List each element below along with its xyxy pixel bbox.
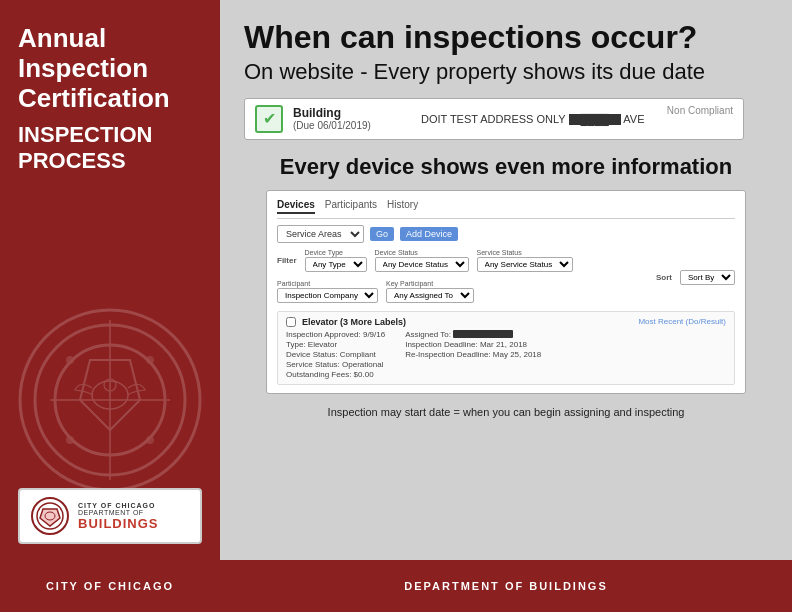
main-heading: When can inspections occur? bbox=[244, 20, 768, 55]
service-status-label: Service Status bbox=[477, 249, 573, 256]
key-participant-label: Key Participant bbox=[386, 280, 474, 287]
device-details: Inspection Approved: 9/9/16 Type: Elevat… bbox=[286, 330, 726, 379]
bottom-bar: CITY OF CHICAGO DEPARTMENT OF BUILDINGS bbox=[0, 560, 792, 612]
device-panel: Devices Participants History Service Are… bbox=[266, 190, 746, 394]
bottom-left-text: CITY OF CHICAGO bbox=[0, 580, 220, 592]
detail-type: Type: Elevator bbox=[286, 340, 385, 349]
device-col-right: Assigned To: Inspection Deadline: Mar 21… bbox=[405, 330, 541, 379]
logo-badge: CITY OF CHICAGO DEPARTMENT OF BUILDINGS bbox=[18, 488, 202, 544]
svg-point-7 bbox=[66, 436, 74, 444]
detail-inspection-deadline: Inspection Deadline: Mar 21, 2018 bbox=[405, 340, 541, 349]
tab-participants[interactable]: Participants bbox=[325, 199, 377, 214]
panel-tabs: Devices Participants History bbox=[277, 199, 735, 219]
bottom-right-text: DEPARTMENT OF BUILDINGS bbox=[220, 580, 792, 592]
logo-buildings-text: BUILDINGS bbox=[78, 516, 159, 531]
device-name: Elevator (3 More Labels) bbox=[302, 317, 406, 327]
service-area-select[interactable]: Service Areas bbox=[277, 225, 364, 243]
participant-label: Participant bbox=[277, 280, 378, 287]
address-line1: DOIT TEST ADDRESS ONLY bbox=[421, 113, 565, 125]
detail-approved: Inspection Approved: 9/9/16 bbox=[286, 330, 385, 339]
svg-point-8 bbox=[146, 436, 154, 444]
filter-sort-container: Filter Device Type Any Type Device Statu… bbox=[277, 249, 735, 307]
participant-filter: Participant Inspection Company bbox=[277, 280, 378, 303]
detail-device-status: Device Status: Compliant bbox=[286, 350, 385, 359]
logo-seal-icon bbox=[30, 496, 70, 536]
panel-search-row: Service Areas Go Add Device bbox=[277, 225, 735, 243]
device-status-label: Device Status bbox=[375, 249, 469, 256]
main-content-area: When can inspections occur? On website -… bbox=[220, 0, 792, 560]
key-participant-filter: Key Participant Any Assigned To bbox=[386, 280, 474, 303]
device-row: Elevator (3 More Labels) Most Recent (Do… bbox=[277, 311, 735, 385]
detail-service-status: Service Status: Operational bbox=[286, 360, 385, 369]
device-type-select[interactable]: Any Type bbox=[305, 257, 367, 272]
building-info: Building (Due 06/01/2019) bbox=[293, 106, 411, 131]
sort-label: Sort bbox=[656, 273, 672, 282]
redacted-name bbox=[453, 330, 513, 338]
city-seal-watermark bbox=[0, 300, 220, 500]
tab-devices[interactable]: Devices bbox=[277, 199, 315, 214]
sidebar-title: Annual Inspection Certification bbox=[18, 24, 202, 114]
check-icon: ✔ bbox=[255, 105, 283, 133]
section2-heading: Every device shows even more information bbox=[244, 154, 768, 180]
participant-select[interactable]: Inspection Company bbox=[277, 288, 378, 303]
add-device-button[interactable]: Add Device bbox=[400, 227, 458, 241]
device-type-filter: Device Type Any Type bbox=[305, 249, 367, 272]
inspection-note: Inspection may start date = when you can… bbox=[244, 406, 768, 418]
sidebar-subtitle: INSPECTION PROCESS bbox=[18, 122, 202, 175]
go-button[interactable]: Go bbox=[370, 227, 394, 241]
sub-heading: On website - Every property shows its du… bbox=[244, 59, 768, 85]
sidebar-logo: CITY OF CHICAGO DEPARTMENT OF BUILDINGS bbox=[18, 488, 202, 544]
device-status-select[interactable]: Any Device Status bbox=[375, 257, 469, 272]
building-due: (Due 06/01/2019) bbox=[293, 120, 411, 131]
address-line2: AVE bbox=[623, 113, 644, 125]
detail-assigned: Assigned To: bbox=[405, 330, 541, 339]
logo-dept-text: DEPARTMENT OF bbox=[78, 509, 159, 516]
building-card: ✔ Building (Due 06/01/2019) DOIT TEST AD… bbox=[244, 98, 744, 140]
logo-city-text: CITY OF CHICAGO bbox=[78, 502, 159, 509]
svg-point-5 bbox=[66, 356, 74, 364]
key-participant-select[interactable]: Any Assigned To bbox=[386, 288, 474, 303]
sort-by-select[interactable]: Sort By bbox=[680, 270, 735, 285]
sidebar: Annual Inspection Certification INSPECTI… bbox=[0, 0, 220, 560]
detail-fees: Outstanding Fees: $0.00 bbox=[286, 370, 385, 379]
detail-reinspection-deadline: Re-Inspection Deadline: May 25, 2018 bbox=[405, 350, 541, 359]
building-name: Building bbox=[293, 106, 411, 120]
sort-row: Sort Sort By bbox=[656, 249, 735, 307]
filter-row: Filter Device Type Any Type Device Statu… bbox=[277, 249, 656, 303]
filter-label: Filter bbox=[277, 256, 297, 265]
non-compliant-badge: Non Compliant bbox=[667, 105, 733, 116]
service-status-select[interactable]: Any Service Status bbox=[477, 257, 573, 272]
device-header: Elevator (3 More Labels) Most Recent (Do… bbox=[286, 317, 726, 327]
device-col-left: Inspection Approved: 9/9/16 Type: Elevat… bbox=[286, 330, 385, 379]
device-type-label: Device Type bbox=[305, 249, 367, 256]
building-address: DOIT TEST ADDRESS ONLY ████ AVE bbox=[421, 113, 657, 125]
service-status-filter: Service Status Any Service Status bbox=[477, 249, 573, 272]
logo-text-block: CITY OF CHICAGO DEPARTMENT OF BUILDINGS bbox=[78, 502, 159, 531]
device-checkbox[interactable] bbox=[286, 317, 296, 327]
device-most-recent-link[interactable]: Most Recent (Do/Result) bbox=[638, 317, 726, 327]
redacted-address: ████ bbox=[569, 114, 621, 125]
tab-history[interactable]: History bbox=[387, 199, 418, 214]
svg-point-6 bbox=[146, 356, 154, 364]
device-status-filter: Device Status Any Device Status bbox=[375, 249, 469, 272]
